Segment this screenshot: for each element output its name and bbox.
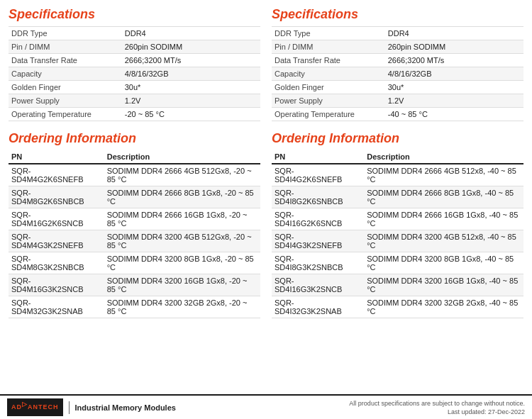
right-order-row: SQR-SD4I4G3K2SNEFBSODIMM DDR4 3200 4GB 5… [272, 230, 523, 252]
left-spec-row: Capacity4/8/16/32GB [9, 67, 260, 81]
left-spec-value: 260pin SODIMM [122, 40, 260, 54]
right-order-desc: SODIMM DDR4 2666 4GB 512x8, -40 ~ 85 °C [364, 164, 523, 186]
right-order-header-row: PN Description [272, 150, 523, 164]
left-order-table: PN Description SQR-SD4M4G2K6SNEFBSODIMM … [9, 150, 260, 318]
right-order-row: SQR-SD4I32G3K2SNABSODIMM DDR4 3200 32GB … [272, 296, 523, 318]
left-order-row: SQR-SD4M4G3K2SNEFBSODIMM DDR4 3200 4GB 5… [9, 230, 260, 252]
left-spec-label: Pin / DIMM [9, 40, 122, 54]
right-spec-label: DDR Type [272, 27, 385, 40]
right-spec-table: DDR TypeDDR4Pin / DIMM260pin SODIMMData … [272, 26, 523, 121]
right-order-row: SQR-SD4I8G3K2SNBCBSODIMM DDR4 3200 8GB 1… [272, 252, 523, 274]
right-specs-title: Specifications [272, 7, 523, 22]
right-spec-row: Golden Finger30u* [272, 81, 523, 94]
left-order-header-pn: PN [9, 150, 104, 164]
right-spec-row: Power Supply1.2V [272, 94, 523, 108]
right-order-pn: SQR-SD4I16G3K2SNCB [272, 274, 364, 296]
right-spec-row: DDR TypeDDR4 [272, 27, 523, 40]
left-order-desc: SODIMM DDR4 3200 8GB 1Gx8, -20 ~ 85 °C [104, 252, 260, 274]
left-spec-label: Power Supply [9, 94, 122, 108]
right-spec-label: Data Transfer Rate [272, 54, 385, 67]
left-order-pn: SQR-SD4M16G2K6SNCB [9, 208, 104, 230]
left-spec-label: Capacity [9, 67, 122, 81]
right-order-desc: SODIMM DDR4 2666 16GB 1Gx8, -40 ~ 85 °C [364, 208, 523, 230]
right-ordering-title: Ordering Information [272, 131, 523, 146]
left-spec-row: Operating Temperature-20 ~ 85 °C [9, 108, 260, 121]
right-order-pn: SQR-SD4I32G3K2SNAB [272, 296, 364, 318]
left-order-desc: SODIMM DDR4 2666 8GB 1Gx8, -20 ~ 85 °C [104, 186, 260, 208]
footer-right: All product specifications are subject t… [349, 400, 525, 415]
right-order-row: SQR-SD4I8G2K6SNBCBSODIMM DDR4 2666 8GB 1… [272, 186, 523, 208]
right-order-desc: SODIMM DDR4 3200 8GB 1Gx8, -40 ~ 85 °C [364, 252, 523, 274]
right-order-desc: SODIMM DDR4 2666 8GB 1Gx8, -40 ~ 85 °C [364, 186, 523, 208]
left-ordering-title: Ordering Information [9, 131, 260, 146]
left-order-pn: SQR-SD4M16G3K2SNCB [9, 274, 104, 296]
right-spec-row: Capacity4/8/16/32GB [272, 67, 523, 81]
left-spec-label: DDR Type [9, 27, 122, 40]
right-order-row: SQR-SD4I16G3K2SNCBSODIMM DDR4 3200 16GB … [272, 274, 523, 296]
left-order-row: SQR-SD4M16G3K2SNCBSODIMM DDR4 3200 16GB … [9, 274, 260, 296]
right-spec-value: 4/8/16/32GB [385, 67, 523, 81]
left-order-row: SQR-SD4M4G2K6SNEFBSODIMM DDR4 2666 4GB 5… [9, 164, 260, 186]
left-order-row: SQR-SD4M8G3K2SNBCBSODIMM DDR4 3200 8GB 1… [9, 252, 260, 274]
footer: AD▷ANTECH Industrial Memory Modules All … [0, 394, 532, 419]
left-spec-label: Data Transfer Rate [9, 54, 122, 67]
right-spec-value: 1.2V [385, 94, 523, 108]
footer-divider [69, 401, 70, 414]
left-spec-value: DDR4 [122, 27, 260, 40]
right-spec-value: 30u* [385, 81, 523, 94]
right-spec-row: Pin / DIMM260pin SODIMM [272, 40, 523, 54]
right-order-header-desc: Description [364, 150, 523, 164]
right-spec-label: Operating Temperature [272, 108, 385, 121]
left-spec-row: Pin / DIMM260pin SODIMM [9, 40, 260, 54]
footer-logo: AD▷ANTECH [7, 398, 63, 416]
right-spec-row: Data Transfer Rate2666;3200 MT/s [272, 54, 523, 67]
right-order-desc: SODIMM DDR4 3200 32GB 2Gx8, -40 ~ 85 °C [364, 296, 523, 318]
main-content: Specifications DDR TypeDDR4Pin / DIMM260… [0, 0, 532, 318]
left-spec-value: -20 ~ 85 °C [122, 108, 260, 121]
right-spec-value: 2666;3200 MT/s [385, 54, 523, 67]
left-spec-value: 1.2V [122, 94, 260, 108]
left-spec-row: Golden Finger30u* [9, 81, 260, 94]
left-order-desc: SODIMM DDR4 2666 4GB 512Gx8, -20 ~ 85 °C [104, 164, 260, 186]
left-spec-table: DDR TypeDDR4Pin / DIMM260pin SODIMMData … [9, 26, 260, 121]
left-spec-value: 30u* [122, 81, 260, 94]
left-order-pn: SQR-SD4M8G2K6SNBCB [9, 186, 104, 208]
left-order-row: SQR-SD4M16G2K6SNCBSODIMM DDR4 2666 16GB … [9, 208, 260, 230]
right-order-pn: SQR-SD4I8G3K2SNBCB [272, 252, 364, 274]
right-spec-label: Power Supply [272, 94, 385, 108]
right-order-row: SQR-SD4I4G2K6SNEFBSODIMM DDR4 2666 4GB 5… [272, 164, 523, 186]
left-order-pn: SQR-SD4M4G2K6SNEFB [9, 164, 104, 186]
left-order-desc: SODIMM DDR4 3200 4GB 512Gx8, -20 ~ 85 °C [104, 230, 260, 252]
left-spec-value: 2666;3200 MT/s [122, 54, 260, 67]
right-order-desc: SODIMM DDR4 3200 16GB 1Gx8, -40 ~ 85 °C [364, 274, 523, 296]
left-spec-label: Operating Temperature [9, 108, 122, 121]
left-order-pn: SQR-SD4M32G3K2SNAB [9, 296, 104, 318]
left-order-desc: SODIMM DDR4 3200 16GB 1Gx8, -20 ~ 85 °C [104, 274, 260, 296]
left-order-pn: SQR-SD4M8G3K2SNBCB [9, 252, 104, 274]
left-order-row: SQR-SD4M32G3K2SNABSODIMM DDR4 3200 32GB … [9, 296, 260, 318]
left-order-desc: SODIMM DDR4 2666 16GB 1Gx8, -20 ~ 85 °C [104, 208, 260, 230]
left-specs-title: Specifications [9, 7, 260, 22]
right-order-pn: SQR-SD4I8G2K6SNBCB [272, 186, 364, 208]
left-column: Specifications DDR TypeDDR4Pin / DIMM260… [9, 7, 260, 318]
left-order-row: SQR-SD4M8G2K6SNBCBSODIMM DDR4 2666 8GB 1… [9, 186, 260, 208]
right-order-desc: SODIMM DDR4 3200 4GB 512x8, -40 ~ 85 °C [364, 230, 523, 252]
footer-tagline: Industrial Memory Modules [75, 403, 176, 412]
left-spec-label: Golden Finger [9, 81, 122, 94]
footer-date: Last updated: 27-Dec-2022 [349, 408, 525, 415]
logo-text: AD▷ANTECH [11, 403, 59, 410]
right-spec-value: -40 ~ 85 °C [385, 108, 523, 121]
left-spec-row: Power Supply1.2V [9, 94, 260, 108]
right-spec-label: Golden Finger [272, 81, 385, 94]
footer-notice: All product specifications are subject t… [349, 400, 525, 407]
left-spec-value: 4/8/16/32GB [122, 67, 260, 81]
right-spec-label: Capacity [272, 67, 385, 81]
right-order-header-pn: PN [272, 150, 364, 164]
right-order-table: PN Description SQR-SD4I4G2K6SNEFBSODIMM … [272, 150, 523, 318]
right-order-row: SQR-SD4I16G2K6SNCBSODIMM DDR4 2666 16GB … [272, 208, 523, 230]
right-order-pn: SQR-SD4I4G2K6SNEFB [272, 164, 364, 186]
right-column: Specifications DDR TypeDDR4Pin / DIMM260… [272, 7, 523, 318]
left-spec-row: Data Transfer Rate2666;3200 MT/s [9, 54, 260, 67]
right-spec-value: 260pin SODIMM [385, 40, 523, 54]
right-order-pn: SQR-SD4I4G3K2SNEFB [272, 230, 364, 252]
